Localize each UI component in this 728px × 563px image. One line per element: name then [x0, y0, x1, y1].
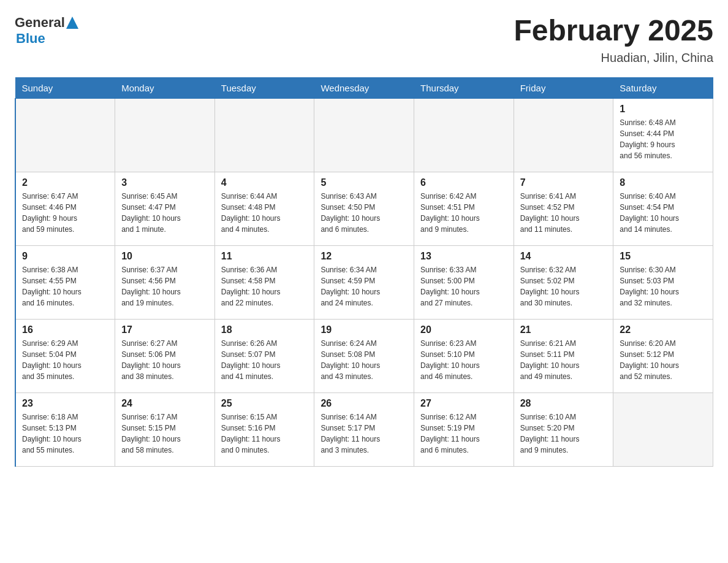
- calendar-day-cell: 28Sunrise: 6:10 AM Sunset: 5:20 PM Dayli…: [514, 393, 613, 466]
- day-number: 2: [22, 177, 108, 188]
- calendar-week-row: 16Sunrise: 6:29 AM Sunset: 5:04 PM Dayli…: [15, 319, 713, 393]
- day-info: Sunrise: 6:33 AM Sunset: 5:00 PM Dayligh…: [420, 264, 507, 308]
- day-info: Sunrise: 6:48 AM Sunset: 4:44 PM Dayligh…: [620, 117, 707, 161]
- day-number: 18: [221, 324, 308, 335]
- day-number: 7: [520, 177, 607, 188]
- day-number: 6: [420, 177, 507, 188]
- day-info: Sunrise: 6:12 AM Sunset: 5:19 PM Dayligh…: [420, 412, 507, 456]
- calendar-week-row: 2Sunrise: 6:47 AM Sunset: 4:46 PM Daylig…: [15, 172, 713, 245]
- day-info: Sunrise: 6:47 AM Sunset: 4:46 PM Dayligh…: [22, 191, 108, 235]
- day-info: Sunrise: 6:20 AM Sunset: 5:12 PM Dayligh…: [620, 338, 707, 382]
- calendar-day-cell: 4Sunrise: 6:44 AM Sunset: 4:48 PM Daylig…: [214, 172, 314, 245]
- calendar-day-cell: 18Sunrise: 6:26 AM Sunset: 5:07 PM Dayli…: [214, 319, 314, 393]
- day-number: 22: [620, 324, 707, 335]
- day-info: Sunrise: 6:43 AM Sunset: 4:50 PM Dayligh…: [320, 191, 408, 235]
- day-number: 16: [22, 324, 108, 335]
- calendar-day-cell: 10Sunrise: 6:37 AM Sunset: 4:56 PM Dayli…: [115, 245, 215, 319]
- day-number: 28: [520, 398, 607, 409]
- day-info: Sunrise: 6:41 AM Sunset: 4:52 PM Dayligh…: [520, 191, 607, 235]
- day-info: Sunrise: 6:37 AM Sunset: 4:56 PM Dayligh…: [121, 264, 208, 308]
- day-number: 5: [320, 177, 408, 188]
- day-number: 25: [221, 398, 308, 409]
- calendar-day-cell: 15Sunrise: 6:30 AM Sunset: 5:03 PM Dayli…: [613, 245, 713, 319]
- day-info: Sunrise: 6:23 AM Sunset: 5:10 PM Dayligh…: [420, 338, 507, 382]
- calendar-day-cell: [414, 98, 514, 172]
- day-info: Sunrise: 6:14 AM Sunset: 5:17 PM Dayligh…: [320, 412, 408, 456]
- day-info: Sunrise: 6:18 AM Sunset: 5:13 PM Dayligh…: [22, 412, 108, 456]
- calendar-day-cell: 24Sunrise: 6:17 AM Sunset: 5:15 PM Dayli…: [115, 393, 215, 466]
- day-number: 24: [121, 398, 208, 409]
- calendar-title: February 2025: [514, 15, 713, 47]
- calendar-week-row: 1Sunrise: 6:48 AM Sunset: 4:44 PM Daylig…: [15, 98, 713, 172]
- day-info: Sunrise: 6:26 AM Sunset: 5:07 PM Dayligh…: [221, 338, 308, 382]
- calendar-day-cell: 25Sunrise: 6:15 AM Sunset: 5:16 PM Dayli…: [214, 393, 314, 466]
- svg-marker-0: [66, 17, 78, 29]
- day-info: Sunrise: 6:45 AM Sunset: 4:47 PM Dayligh…: [121, 191, 208, 235]
- day-header-sunday: Sunday: [15, 77, 115, 98]
- calendar-day-cell: 2Sunrise: 6:47 AM Sunset: 4:46 PM Daylig…: [15, 172, 115, 245]
- day-info: Sunrise: 6:34 AM Sunset: 4:59 PM Dayligh…: [320, 264, 408, 308]
- page-header: General Blue February 2025 Huadian, Jili…: [15, 15, 713, 65]
- day-header-thursday: Thursday: [414, 77, 514, 98]
- calendar-subtitle: Huadian, Jilin, China: [514, 51, 713, 65]
- day-info: Sunrise: 6:17 AM Sunset: 5:15 PM Dayligh…: [121, 412, 208, 456]
- day-number: 27: [420, 398, 507, 409]
- calendar-day-cell: [613, 393, 713, 466]
- day-header-friday: Friday: [514, 77, 613, 98]
- day-number: 9: [22, 251, 108, 262]
- logo-blue-text: Blue: [16, 31, 45, 47]
- calendar-day-cell: 14Sunrise: 6:32 AM Sunset: 5:02 PM Dayli…: [514, 245, 613, 319]
- day-info: Sunrise: 6:10 AM Sunset: 5:20 PM Dayligh…: [520, 412, 607, 456]
- day-header-monday: Monday: [115, 77, 215, 98]
- calendar-day-cell: 3Sunrise: 6:45 AM Sunset: 4:47 PM Daylig…: [115, 172, 215, 245]
- calendar-day-cell: 20Sunrise: 6:23 AM Sunset: 5:10 PM Dayli…: [414, 319, 514, 393]
- day-info: Sunrise: 6:36 AM Sunset: 4:58 PM Dayligh…: [221, 264, 308, 308]
- calendar-day-cell: [115, 98, 215, 172]
- title-section: February 2025 Huadian, Jilin, China: [514, 15, 713, 65]
- calendar-day-cell: 19Sunrise: 6:24 AM Sunset: 5:08 PM Dayli…: [314, 319, 414, 393]
- day-number: 21: [520, 324, 607, 335]
- calendar-day-cell: 21Sunrise: 6:21 AM Sunset: 5:11 PM Dayli…: [514, 319, 613, 393]
- day-info: Sunrise: 6:40 AM Sunset: 4:54 PM Dayligh…: [620, 191, 707, 235]
- calendar-header-row: SundayMondayTuesdayWednesdayThursdayFrid…: [15, 77, 713, 98]
- day-info: Sunrise: 6:24 AM Sunset: 5:08 PM Dayligh…: [320, 338, 408, 382]
- day-number: 23: [22, 398, 108, 409]
- calendar-day-cell: 9Sunrise: 6:38 AM Sunset: 4:55 PM Daylig…: [15, 245, 115, 319]
- logo-general-text: General: [15, 15, 65, 31]
- day-number: 4: [221, 177, 308, 188]
- day-header-wednesday: Wednesday: [314, 77, 414, 98]
- calendar-day-cell: [214, 98, 314, 172]
- calendar-day-cell: 1Sunrise: 6:48 AM Sunset: 4:44 PM Daylig…: [613, 98, 713, 172]
- calendar-day-cell: 6Sunrise: 6:42 AM Sunset: 4:51 PM Daylig…: [414, 172, 514, 245]
- day-number: 14: [520, 251, 607, 262]
- day-number: 26: [320, 398, 408, 409]
- calendar-day-cell: 17Sunrise: 6:27 AM Sunset: 5:06 PM Dayli…: [115, 319, 215, 393]
- calendar-day-cell: 26Sunrise: 6:14 AM Sunset: 5:17 PM Dayli…: [314, 393, 414, 466]
- day-info: Sunrise: 6:42 AM Sunset: 4:51 PM Dayligh…: [420, 191, 507, 235]
- day-header-saturday: Saturday: [613, 77, 713, 98]
- day-info: Sunrise: 6:44 AM Sunset: 4:48 PM Dayligh…: [221, 191, 308, 235]
- calendar-week-row: 9Sunrise: 6:38 AM Sunset: 4:55 PM Daylig…: [15, 245, 713, 319]
- calendar-day-cell: [314, 98, 414, 172]
- calendar-day-cell: 23Sunrise: 6:18 AM Sunset: 5:13 PM Dayli…: [15, 393, 115, 466]
- day-number: 3: [121, 177, 208, 188]
- day-info: Sunrise: 6:38 AM Sunset: 4:55 PM Dayligh…: [22, 264, 108, 308]
- calendar-day-cell: 12Sunrise: 6:34 AM Sunset: 4:59 PM Dayli…: [314, 245, 414, 319]
- day-number: 19: [320, 324, 408, 335]
- day-number: 12: [320, 251, 408, 262]
- calendar-day-cell: [15, 98, 115, 172]
- day-info: Sunrise: 6:29 AM Sunset: 5:04 PM Dayligh…: [22, 338, 108, 382]
- day-info: Sunrise: 6:30 AM Sunset: 5:03 PM Dayligh…: [620, 264, 707, 308]
- logo-triangle-icon: [66, 17, 78, 29]
- calendar-day-cell: [514, 98, 613, 172]
- calendar-day-cell: 8Sunrise: 6:40 AM Sunset: 4:54 PM Daylig…: [613, 172, 713, 245]
- day-number: 20: [420, 324, 507, 335]
- calendar-table: SundayMondayTuesdayWednesdayThursdayFrid…: [15, 77, 713, 467]
- calendar-day-cell: 27Sunrise: 6:12 AM Sunset: 5:19 PM Dayli…: [414, 393, 514, 466]
- calendar-day-cell: 5Sunrise: 6:43 AM Sunset: 4:50 PM Daylig…: [314, 172, 414, 245]
- calendar-day-cell: 16Sunrise: 6:29 AM Sunset: 5:04 PM Dayli…: [15, 319, 115, 393]
- day-number: 8: [620, 177, 707, 188]
- calendar-day-cell: 11Sunrise: 6:36 AM Sunset: 4:58 PM Dayli…: [214, 245, 314, 319]
- calendar-day-cell: 7Sunrise: 6:41 AM Sunset: 4:52 PM Daylig…: [514, 172, 613, 245]
- day-header-tuesday: Tuesday: [214, 77, 314, 98]
